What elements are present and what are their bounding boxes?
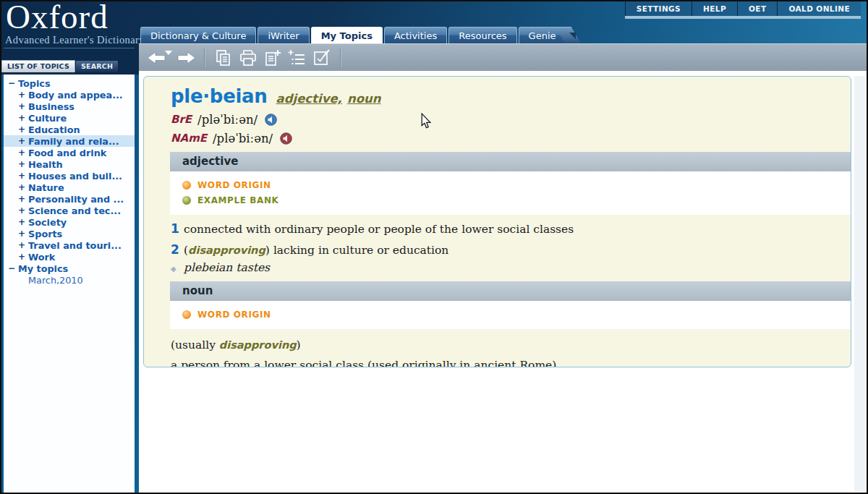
pos-link[interactable]: noun xyxy=(347,92,381,106)
print-button[interactable] xyxy=(236,46,260,69)
tree-item[interactable]: + Personality and ... xyxy=(4,193,135,205)
tree-item-label: March,2010 xyxy=(28,275,83,286)
tree-item[interactable]: + Body and appea... xyxy=(4,89,135,101)
tree-item-label: Nature xyxy=(28,182,64,193)
tree-item[interactable]: March,2010 xyxy=(4,274,135,286)
add-note-button[interactable] xyxy=(260,46,285,69)
speaker-audio-button[interactable] xyxy=(265,114,277,126)
tree-item[interactable]: + Nature xyxy=(4,182,135,193)
oxford-logo: Oxford xyxy=(6,0,109,36)
dictionary-entry-panel: ple·beian adjective, noun BrE /pləˈbiːən… xyxy=(143,76,851,367)
back-history-caret-icon[interactable] xyxy=(165,51,172,55)
top-menu-button[interactable]: OET xyxy=(737,1,777,16)
tree-item[interactable]: + Travel and touri... xyxy=(4,239,135,251)
tree-expander-icon[interactable]: + xyxy=(17,205,26,216)
tree-expander-icon[interactable]: + xyxy=(17,90,26,100)
definition-text: (disapproving)lacking in culture or educ… xyxy=(184,244,448,257)
paren-close: ) xyxy=(265,244,270,257)
tree-item[interactable]: + Society xyxy=(4,216,135,228)
definition-text: connected with ordinary people or people… xyxy=(184,223,574,236)
top-menu: SETTINGS HELP OET OALD ONLINE xyxy=(625,1,861,19)
top-menu-button[interactable]: OALD ONLINE xyxy=(777,1,861,16)
tree-expander-icon[interactable]: + xyxy=(17,194,26,204)
main-tab[interactable]: iWriter xyxy=(258,27,309,43)
tree-item-label: Personality and ... xyxy=(28,194,124,205)
headword: ple·beian xyxy=(171,85,268,107)
tree-item[interactable]: + Food and drink xyxy=(4,147,135,158)
paren-close: ) xyxy=(297,338,301,352)
pronunciation-row: NAmE /pləˈbiːən/ xyxy=(171,129,851,148)
tree-item-label: Body and appea... xyxy=(28,90,123,101)
tree-item-label: Family and rela... xyxy=(28,136,119,147)
ipa-transcription: /pləˈbiːən/ xyxy=(197,113,258,127)
tree-expander-icon[interactable]: + xyxy=(17,136,26,146)
tree-expander-icon[interactable]: + xyxy=(17,101,26,111)
tree-item[interactable]: + Science and tec... xyxy=(4,205,135,216)
ipa-transcription: /pləˈbiːən/ xyxy=(213,132,273,145)
sidebar-tab[interactable]: SEARCH xyxy=(75,60,119,72)
top-menu-button[interactable]: HELP xyxy=(692,1,737,16)
scrollbar-track[interactable] xyxy=(854,76,866,491)
pos-link[interactable]: adjective, xyxy=(276,92,342,106)
resource-link[interactable]: WORD ORIGIN xyxy=(182,177,851,192)
tree-item[interactable]: − My topics xyxy=(4,263,135,274)
pronunciation-row: BrE /pləˈbiːən/ xyxy=(171,110,851,129)
main-tab[interactable]: My Topics xyxy=(311,27,383,43)
tree-expander-icon[interactable]: + xyxy=(17,217,26,227)
tree-item[interactable]: + Education xyxy=(4,124,135,135)
resource-link[interactable]: EXAMPLE BANK xyxy=(182,192,851,208)
tree-item[interactable]: + Health xyxy=(4,158,135,170)
main-tab[interactable]: Resources xyxy=(448,27,516,43)
tree-expander-icon[interactable]: + xyxy=(17,113,26,123)
bullet-icon xyxy=(182,196,191,205)
top-menu-button[interactable]: SETTINGS xyxy=(625,1,692,16)
exercise-button[interactable] xyxy=(310,46,334,69)
usage-label: disapproving xyxy=(188,244,265,256)
speaker-audio-button[interactable] xyxy=(280,132,292,145)
tree-item-label: Science and tec... xyxy=(28,205,121,216)
tree-item-label: Work xyxy=(28,252,55,263)
forward-button[interactable] xyxy=(174,46,198,69)
tree-item-label: Business xyxy=(28,101,75,112)
copy-button[interactable] xyxy=(211,46,236,69)
bullet-icon xyxy=(182,181,191,189)
tree-item-label: Education xyxy=(28,124,80,135)
tree-expander-icon[interactable]: + xyxy=(17,229,26,239)
tree-item-label: Food and drink xyxy=(28,148,106,158)
tree-item[interactable]: + Sports xyxy=(4,228,135,239)
sense-number: 1 xyxy=(171,221,184,236)
variety-label: NAmE xyxy=(171,132,207,145)
resource-link[interactable]: WORD ORIGIN xyxy=(182,307,851,322)
tree-item[interactable]: + Family and rela... xyxy=(4,135,135,147)
tree-expander-icon[interactable]: + xyxy=(17,171,26,181)
toolbar-separator xyxy=(340,48,341,67)
tree-expander-icon[interactable]: + xyxy=(17,148,26,158)
tree-item[interactable]: + Culture xyxy=(4,112,135,124)
back-button[interactable] xyxy=(145,46,169,69)
tree-item[interactable]: + Work xyxy=(4,251,135,263)
tree-expander-icon[interactable]: − xyxy=(7,263,16,273)
main-tab[interactable]: Genie xyxy=(519,27,566,43)
tree-expander-icon[interactable]: + xyxy=(17,124,26,135)
tree-expander-icon[interactable]: + xyxy=(17,182,26,192)
tree-item[interactable]: − Topics xyxy=(4,77,135,89)
toolbar-separator xyxy=(204,48,205,67)
tree-expander-icon[interactable]: + xyxy=(17,252,26,262)
exercise-check-icon xyxy=(312,48,331,67)
tree-expander-icon[interactable]: + xyxy=(17,240,26,250)
tree-expander-icon[interactable]: + xyxy=(17,159,26,169)
tree-item[interactable]: + Houses and buil... xyxy=(4,170,135,182)
main-tab[interactable]: Activities xyxy=(384,27,447,43)
main-tab[interactable]: Dictionary & Culture xyxy=(140,27,256,43)
sidebar-tab[interactable]: LIST OF TOPICS xyxy=(1,60,75,72)
add-to-wordlist-button[interactable] xyxy=(285,46,310,69)
pos-links: adjective, noun xyxy=(276,92,381,106)
print-icon xyxy=(239,48,258,67)
resource-link-label: WORD ORIGIN xyxy=(197,180,271,190)
sense-1: 1 connected with ordinary people or peop… xyxy=(171,221,851,236)
noun-usage-row: (usually disapproving) xyxy=(171,338,851,352)
tree-expander-icon[interactable]: − xyxy=(7,78,16,88)
tree-item[interactable]: + Business xyxy=(4,101,135,112)
example-row: ◆ plebeian tastes xyxy=(171,261,851,274)
wordlist-icon xyxy=(288,48,307,67)
